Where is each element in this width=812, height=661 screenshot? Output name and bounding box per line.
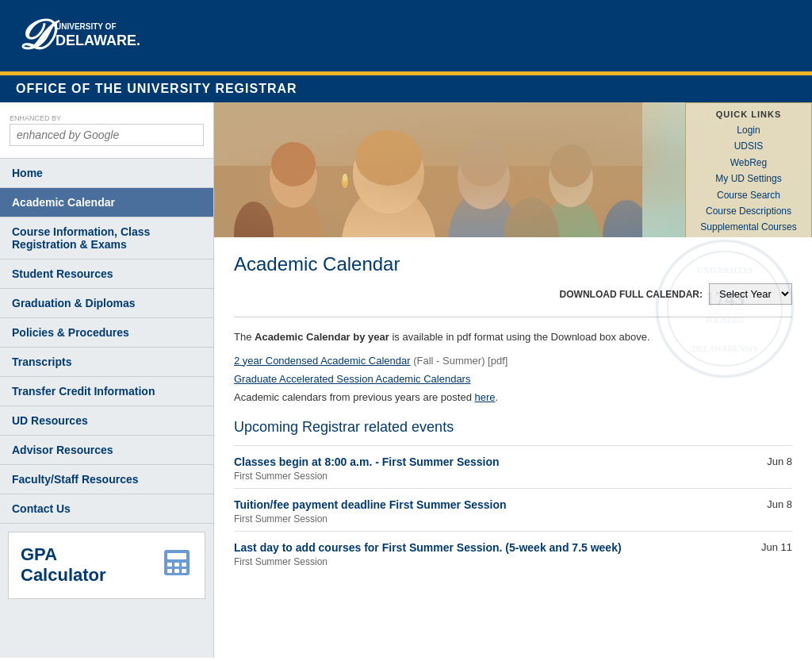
quick-link-supp-courses[interactable]: Supplemental Courses — [698, 219, 799, 235]
event-row-0: Classes begin at 8:00 a.m. - First Summe… — [234, 455, 792, 468]
event-item-1: Tuition/fee payment deadline First Summe… — [234, 488, 792, 531]
quick-link-webreg-anchor[interactable]: WebReg — [698, 155, 799, 171]
hero-image: QUICK LINKS Login UDSIS WebReg My UD Set… — [214, 102, 812, 237]
sidebar-link-student-resources[interactable]: Student Resources — [0, 259, 213, 289]
quick-link-supp-courses-anchor[interactable]: Supplemental Courses — [698, 219, 799, 235]
svg-point-26 — [504, 198, 559, 237]
quick-link-course-search-anchor[interactable]: Course Search — [698, 187, 799, 203]
sidebar-item-faculty-staff[interactable]: Faculty/Staff Resources — [0, 465, 213, 494]
svg-point-20 — [549, 152, 593, 207]
quick-link-course-desc-anchor[interactable]: Course Descriptions — [698, 203, 799, 219]
sidebar-item-academic-calendar[interactable]: Academic Calendar — [0, 188, 213, 217]
svg-point-15 — [271, 142, 316, 186]
sidebar-link-course-info[interactable]: Course Information, Class Registration &… — [0, 217, 213, 259]
logo-text: UNIVERSITY OF DELAWARE. — [56, 21, 140, 50]
event-name-1: Tuition/fee payment deadline First Summe… — [234, 498, 767, 511]
sidebar-item-transfer-credit[interactable]: Transfer Credit Information — [0, 377, 213, 406]
sidebar-item-course-info[interactable]: Course Information, Class Registration &… — [0, 217, 213, 259]
svg-point-12 — [355, 130, 422, 186]
ud-logo[interactable]: 𝒟 UNIVERSITY OF DELAWARE. — [16, 15, 140, 56]
sidebar: ENHANCED BY Home Academic Calendar Cours… — [0, 102, 214, 658]
sidebar-link-contact[interactable]: Contact Us — [0, 494, 213, 524]
select-year-dropdown[interactable]: Select Year 2023-2024 2022-2023 2021-202… — [709, 283, 792, 305]
sidebar-link-policies[interactable]: Policies & Procedures — [0, 318, 213, 348]
prev-years-end: . — [496, 391, 499, 403]
svg-point-23 — [343, 174, 347, 182]
sidebar-item-advisor-resources[interactable]: Advisor Resources — [0, 436, 213, 465]
svg-rect-2 — [167, 563, 172, 567]
svg-point-11 — [353, 134, 424, 213]
sidebar-link-graduation[interactable]: Graduation & Diplomas — [0, 289, 213, 318]
svg-rect-8 — [214, 102, 642, 237]
quick-link-login[interactable]: Login — [698, 122, 799, 138]
sidebar-link-faculty-staff[interactable]: Faculty/Staff Resources — [0, 465, 213, 494]
svg-rect-9 — [214, 102, 642, 166]
gpa-calc-label: GPACalculator — [21, 544, 106, 586]
here-link[interactable]: here — [474, 391, 495, 403]
svg-point-22 — [342, 175, 348, 188]
event-name-2: Last day to add courses for First Summer… — [234, 541, 761, 554]
download-calendar-row: DOWNLOAD FULL CALENDAR: Select Year 2023… — [234, 283, 792, 305]
quick-link-login-anchor[interactable]: Login — [698, 122, 799, 138]
sidebar-item-policies[interactable]: Policies & Procedures — [0, 318, 213, 348]
quick-link-webreg[interactable]: WebReg — [698, 155, 799, 171]
svg-point-10 — [341, 186, 436, 237]
quick-links-panel: QUICK LINKS Login UDSIS WebReg My UD Set… — [685, 102, 812, 237]
prev-years-prefix: Academic calendars from previous years a… — [234, 391, 474, 403]
page-title: Academic Calendar — [234, 253, 792, 275]
gpa-calculator[interactable]: GPACalculator — [8, 532, 205, 599]
top-header: 𝒟 UNIVERSITY OF DELAWARE. — [0, 0, 812, 71]
search-label: ENHANCED BY — [10, 114, 204, 122]
svg-rect-7 — [182, 569, 186, 573]
sidebar-item-home[interactable]: Home — [0, 159, 213, 188]
sidebar-link-ud-resources[interactable]: UD Resources — [0, 406, 213, 436]
grad-cal-link[interactable]: Graduate Accelerated Session Academic Ca… — [234, 373, 470, 385]
intro-bold: Academic Calendar by year — [255, 331, 389, 343]
sidebar-link-home[interactable]: Home — [0, 159, 213, 188]
intro-text: The Academic Calendar by year is availab… — [234, 329, 792, 345]
svg-point-18 — [460, 139, 508, 186]
divider-1 — [234, 317, 792, 317]
svg-point-14 — [270, 148, 317, 208]
calculator-icon — [161, 547, 193, 584]
condensed-cal-link[interactable]: 2 year Condensed Academic Calendar — [234, 355, 411, 367]
sidebar-item-ud-resources[interactable]: UD Resources — [0, 406, 213, 436]
sidebar-item-transcripts[interactable]: Transcripts — [0, 348, 213, 377]
quick-link-udsis[interactable]: UDSIS — [698, 138, 799, 154]
quick-links-list: Login UDSIS WebReg My UD Settings Course… — [698, 122, 799, 236]
svg-text:DELAWARENSIS: DELAWARENSIS — [692, 344, 757, 353]
event-sub-0: First Summer Session — [234, 471, 792, 482]
events-section: Upcoming Registrar related events Classe… — [234, 419, 792, 574]
sidebar-link-transcripts[interactable]: Transcripts — [0, 348, 213, 377]
sidebar-link-academic-calendar[interactable]: Academic Calendar — [0, 188, 213, 217]
quick-link-myud[interactable]: My UD Settings — [698, 171, 799, 186]
event-date-0: Jun 8 — [767, 455, 792, 467]
quick-link-course-desc[interactable]: Course Descriptions — [698, 203, 799, 219]
svg-point-25 — [603, 200, 642, 237]
events-title: Upcoming Registrar related events — [234, 419, 792, 436]
svg-rect-3 — [174, 563, 179, 567]
sidebar-link-advisor-resources[interactable]: Advisor Resources — [0, 436, 213, 465]
condensed-cal-suffix: (Fall - Summer) [pdf] — [413, 355, 508, 367]
quick-link-udsis-anchor[interactable]: UDSIS — [698, 138, 799, 154]
quick-link-course-search[interactable]: Course Search — [698, 187, 799, 203]
download-calendar-label: DOWNLOAD FULL CALENDAR: — [560, 289, 703, 300]
sidebar-item-contact[interactable]: Contact Us — [0, 494, 213, 524]
svg-point-13 — [262, 198, 325, 237]
sidebar-link-transfer-credit[interactable]: Transfer Credit Information — [0, 377, 213, 406]
previous-years-text: Academic calendars from previous years a… — [234, 391, 792, 403]
event-sub-1: First Summer Session — [234, 513, 792, 525]
sidebar-item-graduation[interactable]: Graduation & Diplomas — [0, 289, 213, 318]
event-name-0: Classes begin at 8:00 a.m. - First Summe… — [234, 455, 767, 468]
search-input[interactable] — [10, 124, 204, 146]
svg-point-16 — [448, 190, 519, 237]
sidebar-item-student-resources[interactable]: Student Resources — [0, 259, 213, 289]
content-body: UNIVERSITAS DELAWARENSIS 1743 FOUNDED Ac… — [214, 237, 812, 590]
link-condensed-cal: 2 year Condensed Academic Calendar (Fall… — [234, 355, 792, 367]
quick-link-myud-anchor[interactable]: My UD Settings — [698, 171, 799, 186]
svg-rect-6 — [174, 569, 179, 573]
intro-suffix: is available in pdf format using the Dow… — [392, 331, 649, 343]
svg-rect-4 — [182, 563, 186, 567]
svg-point-24 — [234, 202, 274, 237]
main-layout: ENHANCED BY Home Academic Calendar Cours… — [0, 102, 812, 658]
